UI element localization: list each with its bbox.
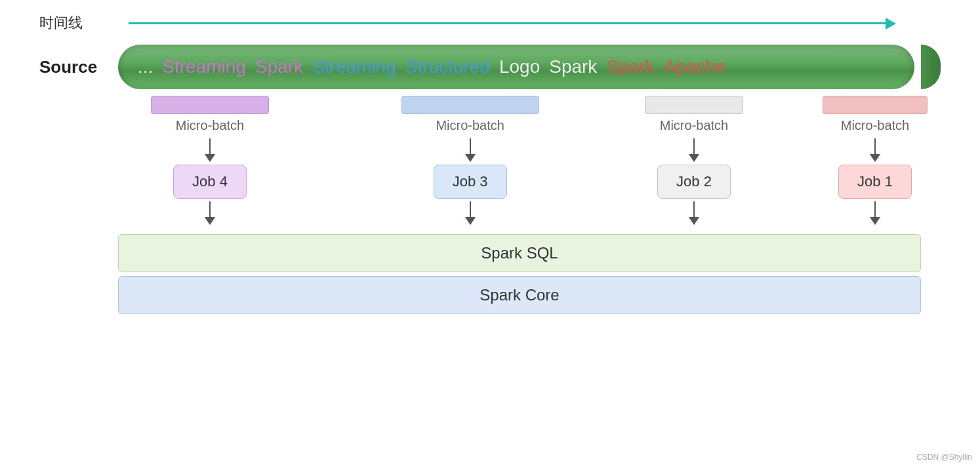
arrow-line: [470, 138, 471, 154]
arrow-line: [874, 138, 876, 154]
spark-core-box: Spark Core: [118, 276, 921, 314]
arrow-from-job1: [870, 201, 880, 225]
arrow-from-job4: [205, 201, 215, 225]
col-job2: Micro-batch Job 2: [645, 96, 743, 228]
watermark: CSDN @Shyllin: [916, 453, 972, 462]
arrow-to-job3: [465, 138, 476, 162]
microbatch-label-3: Micro-batch: [436, 118, 504, 133]
arrow-head: [870, 154, 880, 162]
arrow-head: [465, 217, 476, 225]
arrow-from-job3: [465, 201, 476, 225]
col-job1: Micro-batch Job 1: [823, 96, 928, 228]
arrow-head: [689, 217, 699, 225]
tube-word-structured: Structured: [405, 56, 490, 77]
microbatch-label-1: Micro-batch: [841, 118, 909, 133]
tube-word-logo: Logo: [499, 56, 540, 77]
arrow-head: [689, 154, 699, 162]
col-job4: Micro-batch Job 4: [151, 96, 269, 228]
source-tube: ... Streaming Spark Streaming Structured…: [118, 45, 914, 89]
source-label: Source: [39, 57, 118, 77]
job4-box: Job 4: [173, 165, 247, 199]
diagram-container: 时间线 Source ... Streaming Spark Streaming…: [0, 0, 980, 467]
bar-job3: [401, 96, 539, 114]
arrow-to-job1: [870, 138, 880, 162]
bottom-section: Spark SQL Spark Core: [118, 234, 921, 314]
tube-end: [921, 45, 941, 89]
arrow-line: [470, 201, 471, 217]
tube-word-streaming2: Streaming: [312, 56, 396, 77]
arrow-line: [693, 201, 695, 217]
job2-box: Job 2: [657, 165, 731, 199]
arrow-to-job4: [205, 138, 215, 162]
tube-word-apache: Apache: [664, 56, 726, 77]
bar-job1: [823, 96, 928, 114]
microbatch-label-2: Micro-batch: [660, 118, 728, 133]
arrow-head: [205, 154, 215, 162]
tube-word-spark3: Spark: [606, 56, 654, 77]
tube-word-spark2: Spark: [549, 56, 597, 77]
timeline-row: 时间线: [39, 13, 941, 33]
timeline-arrow: [129, 22, 888, 24]
col-job3: Micro-batch Job 3: [401, 96, 539, 228]
tube-word-spark1: Spark: [255, 56, 303, 77]
bar-job2: [645, 96, 743, 114]
job3-box: Job 3: [434, 165, 507, 199]
tube-word-streaming1: Streaming: [162, 56, 246, 77]
arrow-from-job2: [689, 201, 699, 225]
timeline-label: 时间线: [39, 13, 83, 33]
job1-box: Job 1: [838, 165, 912, 199]
source-row: Source ... Streaming Spark Streaming Str…: [39, 45, 941, 89]
arrow-head: [205, 217, 215, 225]
bar-job4: [151, 96, 269, 114]
arrow-head: [465, 154, 476, 162]
arrow-head: [870, 217, 880, 225]
arrow-to-job2: [689, 138, 699, 162]
microbatch-label-4: Micro-batch: [176, 118, 244, 133]
columns-row: Micro-batch Job 4 Micro-batch Job 3: [118, 96, 941, 228]
spark-sql-box: Spark SQL: [118, 234, 921, 272]
arrow-line: [209, 138, 211, 154]
arrow-line: [693, 138, 695, 154]
tube-ellipsis: ...: [138, 56, 153, 77]
arrow-line: [874, 201, 876, 217]
tube-words: ... Streaming Spark Streaming Structured…: [138, 56, 895, 77]
arrow-line: [209, 201, 211, 217]
